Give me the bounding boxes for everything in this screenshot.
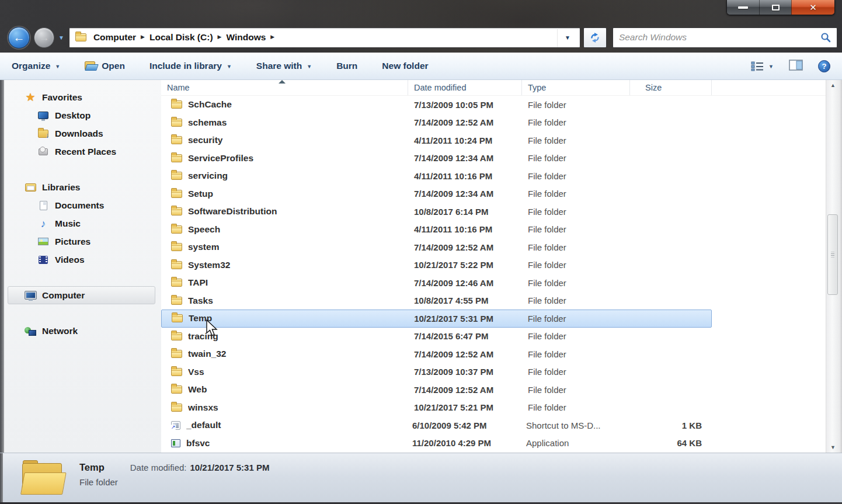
address-dropdown-icon[interactable]: ▼: [557, 28, 577, 47]
file-type: File folder: [522, 278, 630, 288]
file-date-modified: 7/14/2009 12:34 AM: [408, 153, 522, 163]
sidebar-item-desktop[interactable]: Desktop: [4, 106, 161, 124]
file-row-schemas[interactable]: schemas7/14/2009 12:52 AMFile folder: [161, 114, 712, 132]
sidebar-item-libraries[interactable]: Libraries: [4, 178, 161, 196]
sidebar-item-videos[interactable]: Videos: [4, 251, 161, 269]
sidebar-item-network[interactable]: Network: [4, 322, 161, 340]
libraries-icon: [24, 183, 37, 192]
toolbar-button-organize[interactable]: Organize▼: [12, 61, 60, 71]
help-button[interactable]: ?: [818, 60, 830, 72]
file-name: Speech: [188, 224, 408, 235]
column-header-size[interactable]: Size: [630, 80, 712, 95]
file-row-winsxs[interactable]: winsxs10/21/2017 5:21 PMFile folder: [161, 399, 712, 417]
forward-button[interactable]: →: [34, 27, 54, 48]
file-row-temp[interactable]: Temp10/21/2017 5:31 PMFile folder: [161, 310, 712, 328]
sidebar-item-computer[interactable]: Computer: [4, 286, 161, 304]
file-type: Application: [520, 438, 628, 448]
scrollbar-thumb[interactable]: [827, 214, 838, 295]
file-row-system32[interactable]: System3210/21/2017 5:22 PMFile folder: [161, 256, 712, 274]
search-icon[interactable]: [820, 32, 831, 43]
file-type: File folder: [522, 296, 630, 305]
file-date-modified: 7/14/2009 12:52 AM: [408, 117, 522, 127]
toolbar-button-new-folder[interactable]: New folder: [382, 61, 428, 71]
file-row-twain-32[interactable]: twain_327/14/2009 12:52 AMFile folder: [161, 345, 712, 363]
file-row-tasks[interactable]: Tasks10/8/2017 4:55 PMFile folder: [161, 292, 712, 310]
toolbar-button-burn[interactable]: Burn: [336, 61, 357, 71]
address-bar[interactable]: Computer▶Local Disk (C:)▶Windows▶ ▼: [69, 27, 580, 48]
file-name: security: [188, 135, 408, 145]
close-button[interactable]: ✕: [791, 0, 834, 15]
sidebar-item-label: Downloads: [55, 128, 103, 139]
file-type: File folder: [522, 331, 630, 341]
vertical-scrollbar[interactable]: ▲ ▼: [826, 80, 840, 453]
folder-icon: [171, 261, 182, 269]
file-row-servicing[interactable]: servicing4/11/2011 10:16 PMFile folder: [161, 167, 712, 185]
file-date-modified: 4/11/2011 10:24 PM: [408, 135, 522, 145]
file-row-system[interactable]: system7/14/2009 12:52 AMFile folder: [161, 238, 712, 256]
file-row-speech[interactable]: Speech4/11/2011 10:16 PMFile folder: [161, 221, 712, 239]
sidebar-item-recent-places[interactable]: Recent Places: [4, 142, 161, 161]
breadcrumb-separator-icon: ▶: [218, 34, 222, 40]
minimize-icon: [738, 6, 748, 9]
shortcut-icon: [171, 421, 180, 430]
sidebar-item-downloads[interactable]: Downloads: [4, 124, 161, 142]
folder-icon: [171, 368, 182, 376]
file-row-tracing[interactable]: tracing7/14/2015 6:47 PMFile folder: [161, 328, 712, 346]
file-size: 1 KB: [628, 420, 710, 430]
triangle-down-icon: ▼: [830, 444, 836, 450]
recent-icon: [37, 148, 50, 155]
maximize-button[interactable]: [759, 0, 791, 15]
back-button[interactable]: ←: [8, 27, 30, 48]
change-view-button[interactable]: ▼: [751, 61, 774, 71]
sidebar-item-label: Computer: [42, 290, 85, 301]
sidebar-item-pictures[interactable]: Pictures: [4, 232, 161, 251]
file-row-web[interactable]: Web7/14/2009 12:52 AMFile folder: [161, 381, 712, 399]
scroll-down-button[interactable]: ▼: [826, 442, 840, 453]
details-date-label: Date modified:: [130, 463, 187, 472]
breadcrumb-segment-computer[interactable]: Computer: [89, 32, 141, 43]
file-name: servicing: [188, 171, 408, 181]
scroll-up-button[interactable]: ▲: [826, 80, 840, 91]
toolbar-button-open[interactable]: Open: [85, 61, 125, 71]
file-date-modified: 7/14/2009 12:52 AM: [408, 385, 522, 395]
file-date-modified: 6/10/2009 5:42 PM: [406, 420, 520, 430]
breadcrumb-segment-windows[interactable]: Windows: [221, 32, 270, 43]
file-name: TAPI: [188, 277, 408, 288]
command-bar-right: ▼ ?: [751, 60, 830, 73]
file-row-default[interactable]: _default6/10/2009 5:42 PMShortcut to MS-…: [161, 416, 712, 435]
breadcrumb-segment-local-disk-c[interactable]: Local Disk (C:): [145, 32, 218, 43]
preview-pane-button[interactable]: [789, 60, 803, 73]
file-row-vss[interactable]: Vss7/13/2009 10:37 PMFile folder: [161, 363, 712, 381]
downloads-icon: [37, 130, 50, 138]
column-header-type[interactable]: Type: [522, 80, 630, 95]
views-icon: [751, 61, 764, 71]
toolbar-button-share-with[interactable]: Share with▼: [256, 61, 312, 71]
minimize-button[interactable]: [727, 0, 759, 15]
sidebar-item-music[interactable]: ♪Music: [4, 214, 161, 232]
refresh-button[interactable]: [583, 27, 607, 48]
file-row-setup[interactable]: Setup7/14/2009 12:34 AMFile folder: [161, 185, 712, 203]
sidebar-item-label: Music: [55, 218, 81, 229]
file-row-schcache[interactable]: SchCache7/13/2009 10:05 PMFile folder: [161, 96, 712, 114]
sidebar-item-label: Pictures: [55, 237, 91, 247]
file-row-softwaredistribution[interactable]: SoftwareDistribution10/8/2017 6:14 PMFil…: [161, 203, 712, 221]
titlebar[interactable]: ✕: [0, 0, 842, 22]
search-input[interactable]: [619, 32, 820, 43]
folder-icon: [171, 225, 182, 234]
file-date-modified: 7/14/2009 12:46 AM: [408, 278, 522, 288]
column-header-date-modified[interactable]: Date modified: [408, 80, 522, 95]
toolbar-button-include-in-library[interactable]: Include in library▼: [149, 61, 232, 71]
star-icon: ★: [24, 92, 37, 103]
history-dropdown[interactable]: ▼: [58, 34, 64, 41]
selected-folder-icon: [20, 460, 67, 496]
sidebar-item-favorites[interactable]: ★Favorites: [4, 88, 161, 106]
file-row-security[interactable]: security4/11/2011 10:24 PMFile folder: [161, 131, 712, 150]
file-size: 64 KB: [628, 438, 710, 448]
file-name: system: [188, 242, 408, 252]
sidebar-item-documents[interactable]: Documents: [4, 196, 161, 214]
file-row-bfsvc[interactable]: bfsvc11/20/2010 4:29 PMApplication64 KB: [161, 435, 712, 453]
file-row-serviceprofiles[interactable]: ServiceProfiles7/14/2009 12:34 AMFile fo…: [161, 150, 712, 168]
file-row-tapi[interactable]: TAPI7/14/2009 12:46 AMFile folder: [161, 274, 712, 292]
desktop-icon: [37, 112, 50, 119]
sidebar-item-label: Network: [42, 326, 78, 336]
